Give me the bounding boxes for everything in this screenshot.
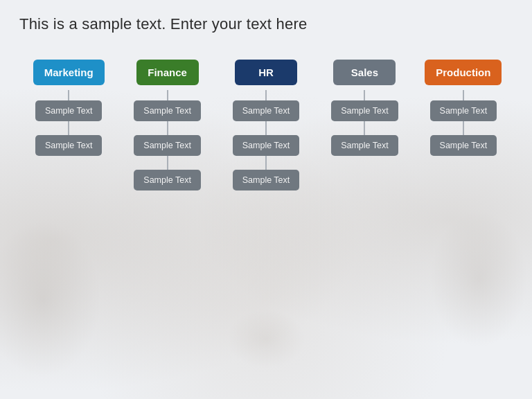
list-item[interactable]: Sample Text [35,135,103,156]
list-item[interactable]: Sample Text [233,170,300,190]
dept-header-marketing[interactable]: Marketing [33,60,105,85]
items-list-marketing: Sample TextSample Text [19,100,118,156]
items-list-finance: Sample TextSample TextSample Text [118,100,216,190]
items-list-hr: Sample TextSample TextSample Text [217,100,315,190]
dept-header-hr[interactable]: HR [235,60,297,85]
list-item[interactable]: Sample Text [331,135,398,156]
list-item[interactable]: Sample Text [430,135,497,156]
list-item[interactable]: Sample Text [134,100,201,121]
items-list-production: Sample TextSample Text [414,100,513,156]
column-production: ProductionSample TextSample Text [414,60,513,156]
items-list-sales: Sample TextSample Text [315,100,414,156]
list-item[interactable]: Sample Text [35,100,103,121]
main-content: This is a sample text. Enter your text h… [0,0,532,399]
dept-header-finance[interactable]: Finance [136,60,199,85]
list-item[interactable]: Sample Text [331,100,398,121]
list-item[interactable]: Sample Text [134,170,201,190]
column-finance: FinanceSample TextSample TextSample Text [118,60,216,190]
org-chart: MarketingSample TextSample TextFinanceSa… [19,53,513,190]
list-item[interactable]: Sample Text [430,100,497,121]
list-item[interactable]: Sample Text [233,135,300,156]
column-sales: SalesSample TextSample Text [315,60,414,156]
list-item[interactable]: Sample Text [233,100,300,121]
column-marketing: MarketingSample TextSample Text [19,60,118,156]
list-item[interactable]: Sample Text [134,135,201,156]
dept-header-sales[interactable]: Sales [333,60,396,85]
page-title: This is a sample text. Enter your text h… [19,15,513,33]
column-hr: HRSample TextSample TextSample Text [217,60,315,190]
dept-header-production[interactable]: Production [425,60,502,85]
